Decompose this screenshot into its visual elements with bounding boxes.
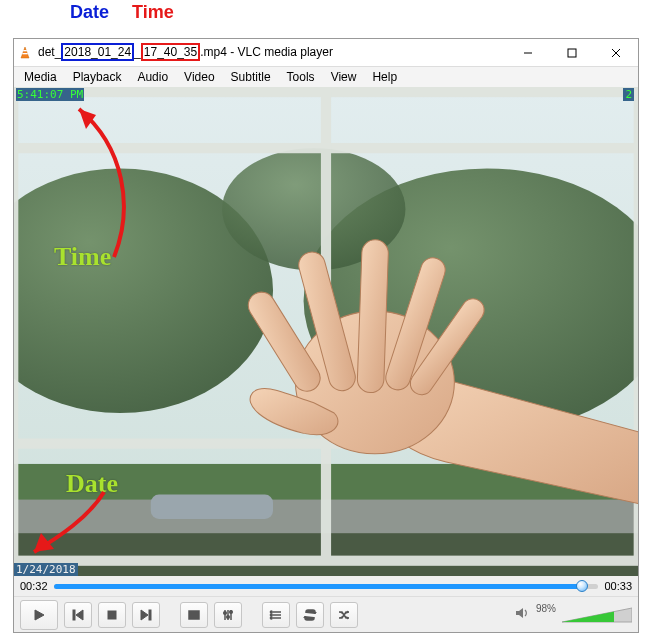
controls-row: 98% [14, 596, 638, 632]
menu-media[interactable]: Media [18, 69, 63, 85]
extended-settings-button[interactable] [214, 602, 242, 628]
svg-marker-49 [347, 616, 349, 619]
title-time-box: 17_40_35 [141, 43, 200, 61]
svg-point-39 [230, 610, 233, 613]
menu-tools[interactable]: Tools [281, 69, 321, 85]
volume-slider[interactable] [562, 606, 632, 624]
menubar: Media Playback Audio Video Subtitle Tool… [14, 67, 638, 87]
stop-button[interactable] [98, 602, 126, 628]
svg-point-44 [270, 614, 272, 616]
svg-point-45 [270, 617, 272, 619]
window-title: det_2018_01_24_17_40_35.mp4 - VLC media … [38, 45, 333, 61]
menu-view[interactable]: View [325, 69, 363, 85]
video-frame [14, 87, 638, 576]
svg-point-38 [227, 615, 230, 618]
svg-rect-11 [151, 495, 273, 519]
annotation-date-label: Date [70, 2, 109, 23]
svg-rect-28 [73, 610, 75, 620]
svg-rect-33 [189, 611, 199, 619]
seek-row: 00:32 00:33 [14, 576, 638, 596]
menu-video[interactable]: Video [178, 69, 220, 85]
fullscreen-button[interactable] [180, 602, 208, 628]
maximize-button[interactable] [550, 39, 594, 66]
svg-marker-27 [35, 610, 44, 620]
time-total: 00:33 [604, 580, 632, 592]
overlay-timestamp: 5:41:07 PM [16, 88, 84, 101]
menu-audio[interactable]: Audio [131, 69, 174, 85]
window-controls [506, 39, 638, 66]
overlay-date: 1/24/2018 [14, 563, 78, 576]
svg-rect-30 [108, 611, 116, 619]
previous-button[interactable] [64, 602, 92, 628]
play-button[interactable] [20, 600, 58, 630]
overlay-counter: 2 [623, 88, 634, 101]
svg-marker-0 [21, 47, 29, 58]
svg-rect-1 [23, 50, 27, 51]
speaker-icon[interactable] [514, 605, 530, 624]
title-date-box: 2018_01_24 [61, 43, 134, 61]
svg-marker-50 [516, 608, 523, 618]
seek-thumb[interactable] [576, 580, 588, 592]
svg-rect-4 [568, 49, 576, 57]
video-area[interactable]: 5:41:07 PM 2 1/24/2018 Time Date [14, 87, 638, 576]
svg-rect-53 [562, 606, 614, 624]
svg-point-37 [224, 611, 227, 614]
next-button[interactable] [132, 602, 160, 628]
svg-rect-32 [149, 610, 151, 620]
annotation-top-labels: Date Time [0, 2, 653, 28]
close-button[interactable] [594, 39, 638, 66]
seek-fill [54, 584, 583, 589]
vlc-window: det_2018_01_24_17_40_35.mp4 - VLC media … [13, 38, 639, 633]
seek-slider[interactable] [54, 584, 599, 589]
svg-point-43 [270, 611, 272, 613]
svg-marker-31 [141, 610, 148, 620]
menu-subtitle[interactable]: Subtitle [225, 69, 277, 85]
title-sep: _ [134, 45, 141, 59]
svg-marker-29 [76, 610, 83, 620]
playlist-button[interactable] [262, 602, 290, 628]
titlebar: det_2018_01_24_17_40_35.mp4 - VLC media … [14, 39, 638, 67]
time-elapsed: 00:32 [20, 580, 48, 592]
minimize-button[interactable] [506, 39, 550, 66]
vlc-app-icon [18, 46, 32, 60]
menu-help[interactable]: Help [366, 69, 403, 85]
menu-playback[interactable]: Playback [67, 69, 128, 85]
svg-rect-22 [357, 239, 389, 393]
title-prefix: det_ [38, 45, 61, 59]
loop-button[interactable] [296, 602, 324, 628]
volume-percent-label: 98% [536, 603, 556, 614]
annotation-time-label: Time [132, 2, 174, 23]
svg-rect-2 [22, 53, 27, 54]
shuffle-button[interactable] [330, 602, 358, 628]
title-suffix: .mp4 - VLC media player [200, 45, 333, 59]
volume-area: 98% [514, 605, 632, 624]
svg-marker-48 [347, 610, 349, 613]
